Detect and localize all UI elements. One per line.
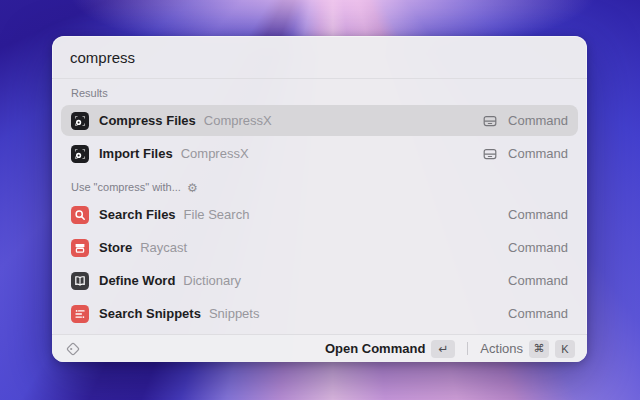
item-type-badge: Command [508,207,568,222]
list-item-subtitle: Snippets [209,306,260,321]
list-item-define-word[interactable]: Define Word Dictionary Command [61,265,578,296]
list-item-store[interactable]: Store Raycast Command [61,232,578,263]
list-item-subtitle: Dictionary [183,273,241,288]
compressx-app-icon [71,112,89,130]
list-item-subtitle: CompressX [181,146,249,161]
actions-button[interactable]: Actions ⌘ K [480,340,575,358]
command-key-icon: ⌘ [529,340,549,358]
item-type-badge: Command [508,146,568,161]
list-item-subtitle: File Search [184,207,250,222]
list-item-title: Store [99,240,132,255]
search-input[interactable] [70,49,569,66]
list-item-subtitle: CompressX [204,113,272,128]
list-item-search-snippets[interactable]: Search Snippets Snippets Command [61,298,578,329]
open-command-button[interactable]: Open Command ↵ [325,340,455,358]
hard-drive-icon [482,146,498,162]
fallback-section-label-text: Use "compress" with... [71,181,181,194]
list-item-title: Search Snippets [99,306,201,321]
results-section-label: Results [61,79,578,105]
fallback-section-label: Use "compress" with... ⚙ [61,171,578,199]
list-item-subtitle: Raycast [140,240,187,255]
list-item-import-files[interactable]: Import Files CompressX Command [61,138,578,169]
hard-drive-icon [482,113,498,129]
compressx-app-icon [71,145,89,163]
list-item-title: Search Files [99,207,176,222]
results-section-label-text: Results [71,87,108,100]
item-type-badge: Command [508,273,568,288]
list-item-title: Import Files [99,146,173,161]
results-list: Results Compress Files CompressX Command [52,79,587,334]
return-key-icon: ↵ [431,340,455,358]
store-icon [71,239,89,257]
footer-divider [467,342,468,355]
gear-icon[interactable]: ⚙ [187,182,198,194]
raycast-launcher-window: Results Compress Files CompressX Command [52,36,587,362]
list-item-search-files[interactable]: Search Files File Search Command [61,199,578,230]
list-item-title: Define Word [99,273,175,288]
search-bar [52,36,587,78]
file-search-icon [71,206,89,224]
list-item-title: Compress Files [99,113,196,128]
action-bar: Open Command ↵ Actions ⌘ K [52,334,587,362]
actions-label: Actions [480,341,523,356]
item-type-badge: Command [508,306,568,321]
item-type-badge: Command [508,113,568,128]
k-key-icon: K [555,340,575,358]
open-command-label: Open Command [325,341,425,356]
list-item-compress-files[interactable]: Compress Files CompressX Command [61,105,578,136]
raycast-logo-icon [64,340,82,358]
item-type-badge: Command [508,240,568,255]
dictionary-icon [71,272,89,290]
snippets-icon [71,305,89,323]
